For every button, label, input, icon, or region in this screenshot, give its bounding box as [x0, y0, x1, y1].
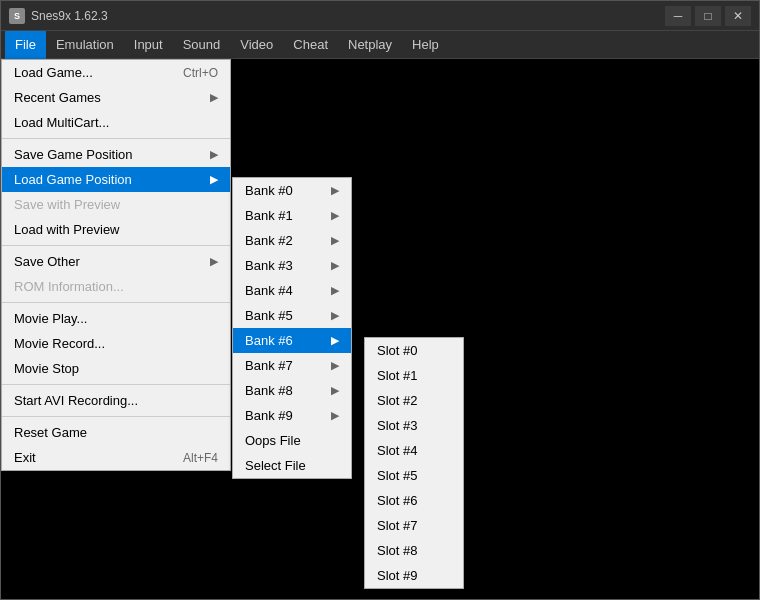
separator-2 [2, 245, 230, 246]
menu-rom-information: ROM Information... [2, 274, 230, 299]
slot-4[interactable]: Slot #4 [365, 438, 463, 463]
bank-4[interactable]: Bank #4 ▶ [233, 278, 351, 303]
menu-movie-play[interactable]: Movie Play... [2, 306, 230, 331]
separator-4 [2, 384, 230, 385]
menu-recent-games[interactable]: Recent Games ▶ [2, 85, 230, 110]
close-button[interactable]: ✕ [725, 6, 751, 26]
slot-2[interactable]: Slot #2 [365, 388, 463, 413]
menu-file[interactable]: File [5, 31, 46, 59]
title-bar: S Snes9x 1.62.3 ─ □ ✕ [1, 1, 759, 31]
slot-7[interactable]: Slot #7 [365, 513, 463, 538]
menu-start-avi[interactable]: Start AVI Recording... [2, 388, 230, 413]
bank-0[interactable]: Bank #0 ▶ [233, 178, 351, 203]
menu-netplay[interactable]: Netplay [338, 31, 402, 59]
bank-6[interactable]: Bank #6 ▶ [233, 328, 351, 353]
menu-load-game[interactable]: Load Game... Ctrl+O [2, 60, 230, 85]
minimize-button[interactable]: ─ [665, 6, 691, 26]
app-icon: S [9, 8, 25, 24]
menu-save-game-position[interactable]: Save Game Position ▶ [2, 142, 230, 167]
bank-1[interactable]: Bank #1 ▶ [233, 203, 351, 228]
menu-reset-game[interactable]: Reset Game [2, 420, 230, 445]
window-title: Snes9x 1.62.3 [31, 9, 665, 23]
slot-submenu: Slot #0 Slot #1 Slot #2 Slot #3 Slot #4 … [364, 337, 464, 589]
menu-bar: File Emulation Input Sound Video Cheat N… [1, 31, 759, 59]
slot-6[interactable]: Slot #6 [365, 488, 463, 513]
file-menu-dropdown: Load Game... Ctrl+O Recent Games ▶ Load … [1, 59, 231, 471]
menu-cheat[interactable]: Cheat [283, 31, 338, 59]
menu-load-with-preview[interactable]: Load with Preview [2, 217, 230, 242]
menu-load-game-position[interactable]: Load Game Position ▶ [2, 167, 230, 192]
bank-submenu: Bank #0 ▶ Bank #1 ▶ Bank #2 ▶ Bank #3 ▶ … [232, 177, 352, 479]
slot-0[interactable]: Slot #0 [365, 338, 463, 363]
menu-save-other[interactable]: Save Other ▶ [2, 249, 230, 274]
window-controls: ─ □ ✕ [665, 6, 751, 26]
bank-9[interactable]: Bank #9 ▶ [233, 403, 351, 428]
menu-movie-record[interactable]: Movie Record... [2, 331, 230, 356]
separator-5 [2, 416, 230, 417]
slot-3[interactable]: Slot #3 [365, 413, 463, 438]
bank-3[interactable]: Bank #3 ▶ [233, 253, 351, 278]
content-area: Load Game... Ctrl+O Recent Games ▶ Load … [1, 59, 759, 599]
slot-5[interactable]: Slot #5 [365, 463, 463, 488]
maximize-button[interactable]: □ [695, 6, 721, 26]
select-file[interactable]: Select File [233, 453, 351, 478]
bank-8[interactable]: Bank #8 ▶ [233, 378, 351, 403]
menu-movie-stop[interactable]: Movie Stop [2, 356, 230, 381]
slot-8[interactable]: Slot #8 [365, 538, 463, 563]
menu-help[interactable]: Help [402, 31, 449, 59]
oops-file[interactable]: Oops File [233, 428, 351, 453]
menu-emulation[interactable]: Emulation [46, 31, 124, 59]
menu-exit[interactable]: Exit Alt+F4 [2, 445, 230, 470]
slot-1[interactable]: Slot #1 [365, 363, 463, 388]
separator-3 [2, 302, 230, 303]
bank-5[interactable]: Bank #5 ▶ [233, 303, 351, 328]
menu-video[interactable]: Video [230, 31, 283, 59]
bank-7[interactable]: Bank #7 ▶ [233, 353, 351, 378]
menu-sound[interactable]: Sound [173, 31, 231, 59]
menu-load-multicart[interactable]: Load MultiCart... [2, 110, 230, 135]
separator-1 [2, 138, 230, 139]
slot-9[interactable]: Slot #9 [365, 563, 463, 588]
main-window: S Snes9x 1.62.3 ─ □ ✕ File Emulation Inp… [0, 0, 760, 600]
bank-2[interactable]: Bank #2 ▶ [233, 228, 351, 253]
menu-save-with-preview: Save with Preview [2, 192, 230, 217]
menu-input[interactable]: Input [124, 31, 173, 59]
